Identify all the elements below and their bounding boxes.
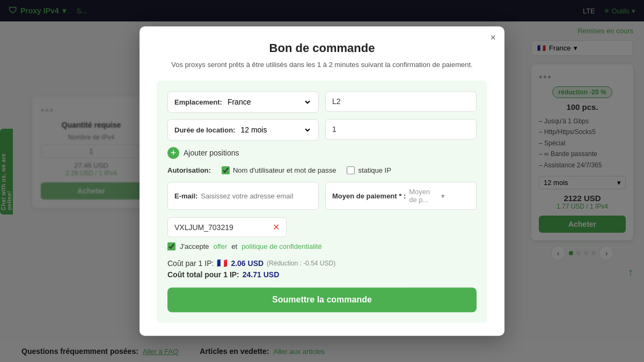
accept-and: et [231, 242, 237, 250]
auth-username-checkbox-label[interactable]: Nom d'utilisateur et mot de passe [222, 166, 336, 174]
location-field: Emplacement: France [167, 91, 319, 113]
duration-row: Durée de location: 12 mois [167, 119, 477, 141]
accept-terms-row: J'accepte offer et politique de confiden… [167, 242, 477, 250]
qty-field [325, 119, 477, 141]
location-select[interactable]: France [225, 97, 312, 107]
add-positions-label: Ajouter positions [184, 149, 239, 157]
cost-per-ip-amount: 2.06 USD [231, 259, 264, 268]
accept-text: J'accepte [180, 242, 209, 250]
order-modal: × Bon de commande Vos proxys seront prêt… [140, 26, 504, 336]
duration-select[interactable]: 12 mois [238, 125, 312, 135]
location-row: Emplacement: France [167, 91, 477, 113]
payment-label: Moyen de paiement * : [332, 192, 406, 200]
promo-clear-button[interactable]: ✕ [273, 222, 280, 232]
duration-label: Durée de location: [174, 126, 235, 134]
cost-total-amount: 24.71 USD [243, 270, 279, 279]
accept-offer-link[interactable]: offer [214, 242, 228, 250]
location-label: Emplacement: [174, 98, 222, 106]
qty-input[interactable] [325, 119, 477, 139]
cost-reduction: (Réduction : -0.54 USD) [267, 260, 335, 267]
auth-username-label: Nom d'utilisateur et mot de passe [233, 166, 336, 174]
auth-static-checkbox[interactable] [347, 166, 355, 174]
subnet-field [325, 91, 477, 113]
promo-code-input[interactable] [174, 223, 268, 232]
auth-label: Autorisation: [167, 166, 211, 174]
france-flag-cost: 🇫🇷 [217, 258, 228, 268]
email-input[interactable] [201, 192, 312, 200]
cost-per-ip-line: Coût par 1 IP: 🇫🇷 2.06 USD (Réduction : … [167, 258, 477, 268]
cost-total-line: Coût total pour 1 IP: 24.71 USD [167, 270, 477, 279]
payment-field[interactable]: Moyen de paiement * : Moyen de p... ▾ [325, 182, 477, 210]
add-positions-icon: + [167, 147, 179, 159]
payment-placeholder: Moyen de p... [409, 188, 437, 204]
submit-order-button[interactable]: Soumettre la commande [167, 287, 477, 312]
promo-row: ✕ [167, 217, 477, 237]
auth-username-checkbox[interactable] [222, 166, 230, 174]
modal-title: Bon de commande [157, 41, 487, 55]
order-form: Emplacement: France Durée de location: 1… [157, 80, 487, 323]
email-label: E-mail: [174, 192, 197, 200]
email-field: E-mail: [167, 182, 319, 210]
location-select-wrapper[interactable]: Emplacement: France [167, 91, 319, 113]
payment-chevron: ▾ [441, 192, 470, 200]
add-positions-button[interactable]: + Ajouter positions [167, 147, 477, 159]
auth-row: Autorisation: Nom d'utilisateur et mot d… [167, 166, 477, 174]
auth-static-label: statique IP [358, 166, 391, 174]
duration-field: Durée de location: 12 mois [167, 119, 319, 141]
cost-summary: Coût par 1 IP: 🇫🇷 2.06 USD (Réduction : … [167, 258, 477, 279]
email-payment-row: E-mail: Moyen de paiement * : Moyen de p… [167, 182, 477, 210]
cost-per-ip-label: Coût par 1 IP: [167, 259, 214, 268]
promo-code-field: ✕ [167, 217, 287, 237]
accept-policy-link[interactable]: politique de confidentialité [241, 242, 322, 250]
auth-static-checkbox-label[interactable]: statique IP [347, 166, 391, 174]
modal-close-button[interactable]: × [490, 33, 496, 42]
subnet-input[interactable] [325, 91, 477, 112]
accept-terms-checkbox[interactable] [167, 242, 175, 250]
duration-select-wrapper[interactable]: Durée de location: 12 mois [167, 119, 319, 141]
cost-total-label: Coût total pour 1 IP: [167, 270, 239, 279]
modal-subtitle: Vos proxys seront prêts à être utilisés … [157, 60, 487, 70]
